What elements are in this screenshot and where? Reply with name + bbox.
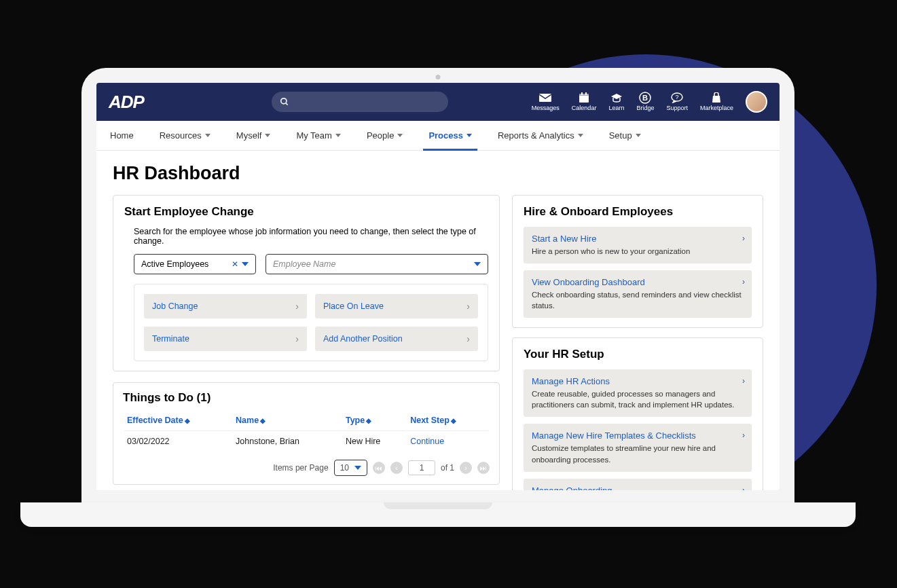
nav-resources[interactable]: Resources xyxy=(158,121,212,150)
card-title: Hire & Onboard Employees xyxy=(524,205,752,219)
chevron-right-icon: › xyxy=(742,277,745,287)
svg-text:?: ? xyxy=(676,94,679,100)
card-title: Things to Do (1) xyxy=(123,391,490,405)
nav-home[interactable]: Home xyxy=(109,121,135,150)
employee-name-input[interactable]: Employee Name xyxy=(266,254,488,274)
svg-line-1 xyxy=(286,103,288,105)
svg-rect-5 xyxy=(581,92,583,95)
chevron-right-icon: › xyxy=(742,430,745,440)
instruction-text: Search for the employee whose job inform… xyxy=(134,227,488,246)
card-title: Start Employee Change xyxy=(124,205,488,219)
svg-rect-4 xyxy=(579,94,589,96)
chevron-down-icon xyxy=(242,262,249,266)
nav-support[interactable]: ? Support xyxy=(666,92,688,111)
search-input[interactable] xyxy=(272,92,448,112)
start-change-card: Start Employee Change Search for the emp… xyxy=(113,195,500,371)
chevron-right-icon: › xyxy=(295,301,299,312)
items-per-page-label: Items per Page xyxy=(273,463,328,473)
brand-logo: ADP xyxy=(109,92,144,113)
nav-setup[interactable]: Setup xyxy=(608,121,642,150)
user-avatar[interactable] xyxy=(746,91,767,113)
items-per-page-select[interactable]: 10 xyxy=(334,460,367,476)
marketplace-icon xyxy=(710,92,722,103)
svg-text:B: B xyxy=(642,94,648,102)
page-number-input[interactable]: 1 xyxy=(408,460,435,475)
nav-myteam[interactable]: My Team xyxy=(295,121,342,150)
job-change-button[interactable]: Job Change› xyxy=(144,294,307,318)
last-page-button[interactable]: ⏭ xyxy=(477,462,490,474)
chevron-right-icon: › xyxy=(466,301,470,312)
prev-page-button[interactable]: ‹ xyxy=(390,462,403,474)
svg-rect-2 xyxy=(539,94,551,102)
svg-rect-6 xyxy=(585,92,587,95)
chevron-down-icon xyxy=(354,466,361,470)
pagination: Items per Page 10 ⏮ ‹ 1 of 1 › ⏭ xyxy=(123,460,490,476)
manage-onboarding-tile[interactable]: › Manage Onboarding Add or edit onboardi… xyxy=(524,479,752,490)
cell-type: New Hire xyxy=(343,430,406,452)
manage-hr-actions-tile[interactable]: › Manage HR Actions Create reusable, gui… xyxy=(524,369,752,417)
chevron-right-icon: › xyxy=(742,234,745,243)
nav-learn[interactable]: Learn xyxy=(608,92,624,111)
chevron-right-icon: › xyxy=(466,333,470,344)
envelope-icon xyxy=(539,92,551,103)
things-to-do-card: Things to Do (1) Effective Date◆ Name◆ T… xyxy=(113,382,500,485)
cell-name: Johnstone, Brian xyxy=(233,430,342,452)
page-title: HR Dashboard xyxy=(113,163,763,184)
sort-icon: ◆ xyxy=(185,417,190,424)
place-on-leave-button[interactable]: Place On Leave› xyxy=(315,294,478,318)
chevron-down-icon xyxy=(636,134,641,137)
manage-templates-tile[interactable]: › Manage New Hire Templates & Checklists… xyxy=(524,424,752,471)
chevron-down-icon xyxy=(265,134,270,137)
col-type[interactable]: Type◆ xyxy=(343,411,406,429)
chevron-down-icon xyxy=(578,134,583,137)
nav-messages[interactable]: Messages xyxy=(532,92,560,111)
chevron-down-icon xyxy=(474,262,481,266)
chevron-right-icon: › xyxy=(742,376,745,386)
cell-date: 03/02/2022 xyxy=(124,430,232,452)
sort-icon: ◆ xyxy=(366,417,371,424)
chevron-down-icon xyxy=(466,134,472,137)
col-effective-date[interactable]: Effective Date◆ xyxy=(124,411,232,429)
next-page-button[interactable]: › xyxy=(460,462,472,474)
chevron-right-icon: › xyxy=(295,333,299,344)
start-new-hire-tile[interactable]: › Start a New Hire Hire a person who is … xyxy=(524,227,752,263)
calendar-icon xyxy=(578,92,590,103)
chevron-down-icon xyxy=(397,134,403,137)
top-bar: ADP Messages Calendar L xyxy=(96,83,780,121)
employee-filter-select[interactable]: Active Employees ✕ xyxy=(134,254,256,274)
sort-icon: ◆ xyxy=(451,417,456,424)
view-onboarding-tile[interactable]: › View Onboarding Dashboard Check onboar… xyxy=(524,270,752,318)
svg-point-0 xyxy=(281,98,287,104)
hr-setup-card: Your HR Setup › Manage HR Actions Create… xyxy=(512,337,763,490)
continue-link[interactable]: Continue xyxy=(407,430,488,452)
nav-people[interactable]: People xyxy=(365,121,404,150)
nav-marketplace[interactable]: Marketplace xyxy=(700,92,733,111)
card-title: Your HR Setup xyxy=(524,348,752,361)
add-position-button[interactable]: Add Another Position› xyxy=(315,327,478,351)
col-next-step[interactable]: Next Step◆ xyxy=(407,411,488,429)
bridge-icon: B xyxy=(639,92,651,103)
main-nav: Home Resources Myself My Team People Pro… xyxy=(96,121,780,151)
table-row: 03/02/2022 Johnstone, Brian New Hire Con… xyxy=(124,430,488,452)
nav-calendar[interactable]: Calendar xyxy=(572,92,597,111)
nav-bridge[interactable]: B Bridge xyxy=(636,92,654,111)
nav-myself[interactable]: Myself xyxy=(235,121,272,150)
terminate-button[interactable]: Terminate› xyxy=(144,327,307,351)
chevron-down-icon xyxy=(335,134,341,137)
page-of-label: of 1 xyxy=(441,463,454,473)
graduation-icon xyxy=(610,92,623,103)
nav-process[interactable]: Process xyxy=(427,121,473,150)
nav-reports[interactable]: Reports & Analytics xyxy=(496,121,585,150)
first-page-button[interactable]: ⏮ xyxy=(373,462,385,474)
search-icon xyxy=(280,97,289,107)
chevron-right-icon: › xyxy=(742,485,745,490)
hire-onboard-card: Hire & Onboard Employees › Start a New H… xyxy=(512,195,763,328)
col-name[interactable]: Name◆ xyxy=(233,411,342,429)
sort-icon: ◆ xyxy=(260,417,266,424)
clear-icon[interactable]: ✕ xyxy=(232,259,238,269)
support-icon: ? xyxy=(671,92,683,103)
chevron-down-icon xyxy=(205,134,210,137)
